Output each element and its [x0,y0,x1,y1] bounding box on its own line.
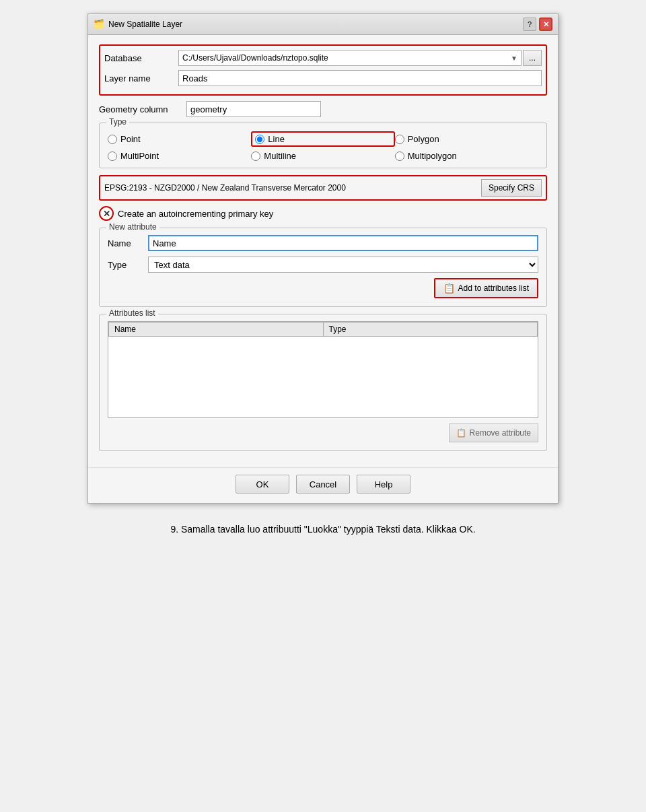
radio-multipoint-input[interactable] [108,151,117,161]
ok-button[interactable]: OK [236,475,289,494]
dialog-footer: OK Cancel Help [88,467,558,503]
new-attr-name-input[interactable] [148,235,538,251]
primary-key-row: ✕ Create an autoincrementing primary key [99,206,547,221]
dialog-title: New Spatialite Layer [108,20,182,29]
new-attr-name-label: Name [108,238,148,248]
radio-point: Point [108,131,251,147]
remove-attribute-label: Remove attribute [470,428,531,438]
col-header-name: Name [109,323,324,337]
primary-key-checkbox[interactable]: ✕ [99,206,114,221]
new-attr-type-label: Type [108,260,148,270]
database-dropdown-arrow: ▼ [511,55,517,62]
add-to-list-label: Add to attributes list [458,283,529,293]
titlebar-left: 🗂️ New Spatialite Layer [94,19,182,30]
specify-crs-button[interactable]: Specify CRS [481,179,542,197]
radio-multipolygon: Multipolygon [395,151,538,161]
type-groupbox: Type Point Line Polygon [99,123,547,168]
radio-multiline-input[interactable] [251,151,260,161]
crs-row: EPSG:2193 - NZGD2000 / New Zealand Trans… [99,175,547,201]
database-value: C:/Users/Ujaval/Downloads/nztopo.sqlite [182,53,328,63]
geometry-row: Geometry column [99,101,547,117]
radio-multipoint: MultiPoint [108,151,251,161]
remove-btn-row: 📋 Remove attribute [108,424,538,442]
attributes-table: Name Type [108,321,538,418]
attributes-table-header: Name Type [108,322,538,337]
help-button[interactable]: Help [357,475,410,494]
close-titlebar-button[interactable]: ✕ [539,18,552,31]
attributes-table-body [108,337,538,417]
geometry-input[interactable] [186,101,321,117]
caption-text: 9. Samalla tavalla luo attribuutti "Luok… [81,524,565,535]
primary-key-label: Create an autoincrementing primary key [118,209,273,219]
attributes-list-groupbox: Attributes list Name Type 📋 Remove attr [99,314,547,451]
add-btn-row: 📋 Add to attributes list [108,278,538,298]
dialog-content: Database C:/Users/Ujaval/Downloads/nztop… [88,35,558,467]
radio-multiline-label: Multiline [264,151,296,161]
type-radio-grid: Point Line Polygon MultiPoint [108,131,538,161]
remove-icon: 📋 [456,428,466,438]
add-list-icon: 📋 [443,283,455,294]
help-titlebar-button[interactable]: ? [523,18,536,31]
radio-polygon-input[interactable] [395,135,404,144]
add-to-attributes-list-button[interactable]: 📋 Add to attributes list [434,278,538,298]
radio-line-input[interactable] [255,135,264,144]
layer-name-input[interactable] [178,70,542,86]
database-row: Database C:/Users/Ujaval/Downloads/nztop… [104,50,542,66]
new-spatialite-layer-dialog: 🗂️ New Spatialite Layer ? ✕ Database C:/… [87,13,559,504]
database-section: Database C:/Users/Ujaval/Downloads/nztop… [99,44,547,96]
new-attribute-groupbox: New attribute Name Type Text data Intege… [99,228,547,307]
crs-value: EPSG:2193 - NZGD2000 / New Zealand Trans… [104,183,481,193]
radio-polygon-label: Polygon [408,134,439,144]
database-combo[interactable]: C:/Users/Ujaval/Downloads/nztopo.sqlite … [178,50,522,66]
remove-attribute-button[interactable]: 📋 Remove attribute [449,424,538,442]
new-attr-type-row: Type Text data Integer Decimal [108,257,538,273]
new-attr-type-select[interactable]: Text data Integer Decimal [148,257,538,273]
database-label: Database [104,53,178,63]
radio-line-label: Line [268,134,285,144]
dialog-titlebar: 🗂️ New Spatialite Layer ? ✕ [88,14,558,35]
radio-multipoint-label: MultiPoint [120,151,159,161]
new-attribute-title: New attribute [106,222,159,232]
radio-point-input[interactable] [108,135,117,144]
radio-multipolygon-input[interactable] [395,151,404,161]
radio-point-label: Point [120,134,141,144]
type-groupbox-title: Type [106,117,129,127]
attributes-header-row: Name Type [109,323,538,337]
cancel-button[interactable]: Cancel [296,475,350,494]
layer-name-label: Layer name [104,73,178,83]
dialog-icon: 🗂️ [94,19,104,30]
geometry-label: Geometry column [99,104,186,114]
radio-polygon: Polygon [395,131,538,147]
layer-name-row: Layer name [104,70,542,86]
database-browse-button[interactable]: ... [523,50,542,66]
radio-multipolygon-label: Multipolygon [408,151,457,161]
new-attr-name-row: Name [108,235,538,251]
col-header-type: Type [323,323,538,337]
radio-multiline: Multiline [251,151,394,161]
titlebar-buttons: ? ✕ [523,18,552,31]
radio-line: Line [251,131,394,147]
attributes-list-title: Attributes list [106,308,158,318]
